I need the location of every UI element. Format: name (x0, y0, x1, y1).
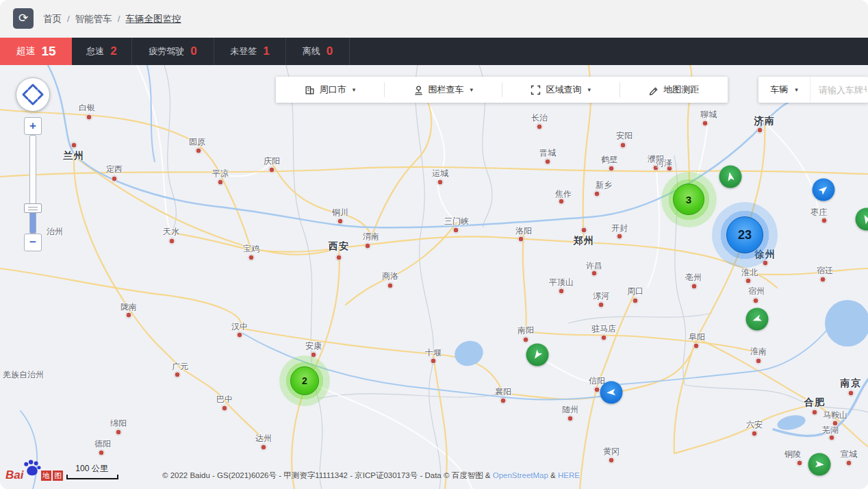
zoom-slider-fill (30, 210, 36, 233)
fence-query-button[interactable]: 围栏查车▾ (385, 77, 502, 103)
city-select-button[interactable]: 周口市▾ (276, 77, 384, 103)
map-city-label: 淮北 (741, 267, 758, 279)
compass-arrows-icon (16, 78, 49, 111)
city-dot (437, 179, 444, 186)
breadcrumb-item[interactable]: 智能管车 (75, 13, 112, 25)
tab-idle[interactable]: 怠速2 (72, 38, 132, 65)
map-city-label: 宿迁 (817, 265, 833, 277)
map-city-label: 洛阳 (515, 225, 532, 237)
map-city-label: 巴中 (216, 394, 233, 405)
map-city-label: 聊城 (700, 109, 717, 121)
vehicle-arrow-marker[interactable] (746, 308, 769, 331)
map-city-label: 长治 (531, 112, 548, 124)
map-city-label: 渭南 (363, 231, 379, 242)
map-city-label: 兰州 (64, 150, 85, 162)
tab-overspeed[interactable]: 超速15 (0, 38, 72, 65)
map-city-label: 陇南 (120, 301, 137, 313)
zoom-out-button[interactable]: − (24, 234, 42, 251)
breadcrumb-separator: / (67, 14, 70, 24)
tab-fatigue-driving[interactable]: 疲劳驾驶0 (132, 38, 214, 65)
map-city-label: 开封 (611, 223, 628, 234)
tab-offline[interactable]: 离线0 (286, 38, 350, 65)
breadcrumb-item[interactable]: 首页 (43, 13, 62, 25)
heading-arrow-icon (605, 386, 617, 399)
map-scale-bar (66, 475, 118, 479)
cluster-marker[interactable]: 23 (726, 216, 763, 253)
attribution-text: © 2022 Baidu - GS(2021)6026号 - 甲测资字11111… (162, 471, 493, 479)
map-city-label: 宝鸡 (243, 243, 259, 255)
map-city-label: 庆阳 (264, 155, 280, 167)
cluster-marker[interactable]: 2 (290, 366, 319, 395)
city-dot (848, 390, 854, 397)
measure-distance-button[interactable]: 地图测距 (620, 77, 728, 103)
map-city-label: 平凉 (212, 168, 229, 179)
city-dot (365, 243, 371, 249)
city-dot (601, 335, 607, 341)
vehicle-type-dropdown[interactable]: 车辆 ▾ (758, 77, 810, 103)
map-city-label: 许昌 (586, 260, 602, 272)
city-dot (846, 460, 852, 466)
refresh-icon[interactable]: ⟳ (13, 8, 34, 29)
map-pan-compass[interactable] (16, 77, 50, 112)
alarm-tabbar: 超速15怠速2疲劳驾驶0未登签1离线0 (0, 38, 868, 65)
city-dot (99, 450, 105, 456)
vehicle-arrow-marker[interactable] (719, 166, 742, 188)
attribution-link-here[interactable]: HERE (558, 471, 580, 479)
map-city-label: 定西 (106, 164, 123, 175)
zoom-slider-handle[interactable] (24, 203, 42, 213)
map-city-label: 驻马店 (591, 323, 616, 335)
map-city-label: 天水 (163, 226, 179, 238)
city-dot (269, 167, 275, 173)
city-dot (116, 429, 122, 436)
city-dot (691, 284, 698, 290)
map-city-label: 羌族自治州 (3, 369, 44, 381)
breadcrumb-separator: / (118, 14, 120, 24)
vehicle-arrow-marker[interactable] (600, 381, 623, 404)
chevron-down-icon: ▾ (353, 86, 356, 93)
map-city-label: 焦作 (555, 188, 572, 200)
city-dot (500, 398, 507, 404)
map-city-label: 十堰 (425, 347, 442, 359)
map-city-label: 白银 (79, 102, 95, 114)
fence-icon (413, 85, 424, 95)
toolbar-button-label: 围栏查车 (429, 84, 464, 96)
baidu-logo[interactable]: Bai 地 图 (5, 457, 74, 486)
attribution-link-openstreetmap[interactable]: OpenStreetMap (493, 471, 548, 479)
city-dot (453, 227, 459, 234)
city-dot (537, 124, 543, 130)
chevron-down-icon: ▾ (587, 86, 591, 93)
city-dot (797, 460, 803, 466)
zoom-slider-track[interactable] (29, 135, 36, 234)
breadcrumb-item[interactable]: 车辆全图监控 (126, 13, 181, 25)
map-city-label: 固原 (189, 136, 205, 148)
zoom-in-button[interactable]: + (24, 117, 42, 135)
map-city-label: 安阳 (616, 130, 633, 142)
city-dot (702, 121, 709, 127)
baidu-logo-text: Bai (5, 468, 23, 482)
vehicle-arrow-marker[interactable] (526, 344, 549, 366)
toolbar-button-label: 周口市 (320, 84, 346, 96)
baidu-paw-icon (22, 458, 42, 479)
tab-label: 怠速 (86, 45, 104, 58)
city-dot (821, 218, 828, 224)
plate-search-input[interactable] (817, 84, 868, 96)
cluster-marker[interactable]: 3 (673, 184, 704, 215)
map-city-label: 六安 (746, 419, 763, 431)
vehicle-arrow-marker[interactable] (813, 179, 835, 201)
baidu-logo-map-char: 地 (41, 471, 51, 481)
tab-unsigned[interactable]: 未登签1 (214, 38, 286, 65)
map-city-label: 西安 (329, 240, 350, 253)
region-query-button[interactable]: 区域查询▾ (502, 77, 620, 103)
map-city-label: 铜陵 (784, 449, 801, 460)
map-city-label: 铜川 (332, 207, 348, 218)
city-dot (745, 278, 752, 284)
city-dot (594, 387, 600, 393)
vehicle-arrow-marker[interactable] (808, 453, 831, 476)
city-dot (431, 358, 437, 364)
map-city-label: 合肥 (804, 397, 826, 409)
city-dot (820, 277, 826, 283)
city-dot (609, 166, 615, 172)
heading-arrow-icon (750, 312, 765, 327)
city-dot (237, 332, 243, 338)
map-city-label: 襄阳 (495, 386, 511, 398)
